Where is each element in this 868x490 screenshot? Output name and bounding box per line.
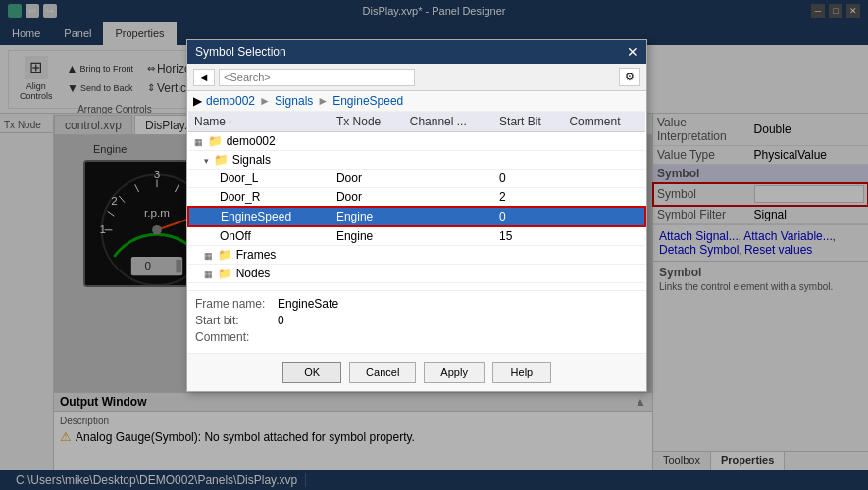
start-bit-value: 0: [278, 314, 284, 327]
comment-label: Comment:: [195, 330, 274, 344]
expand-frames[interactable]: ▦: [204, 251, 213, 261]
modal-settings-btn[interactable]: ⚙: [619, 68, 640, 86]
col-txnode: Tx Node: [331, 112, 404, 132]
modal-overlay: Symbol Selection ✕ ◄ ⚙ ▶ demo002 ► Signa…: [0, 0, 868, 490]
door-l-txnode: Door: [331, 170, 404, 188]
start-bit-label: Start bit:: [195, 314, 274, 327]
modal-titlebar: Symbol Selection ✕: [187, 40, 646, 64]
modal-ok-btn[interactable]: OK: [282, 362, 341, 383]
modal-breadcrumb: ▶ demo002 ► Signals ► EngineSpeed: [187, 91, 646, 112]
tree-row-door-l[interactable]: Door_L Door 0: [188, 170, 645, 188]
expand-signals[interactable]: ▾: [204, 156, 209, 166]
col-comment: Comment: [563, 112, 645, 132]
enginespeed-startbit: 0: [493, 207, 563, 226]
frame-name-value: EngineSate: [278, 297, 338, 311]
expand-demo002[interactable]: ▦: [194, 137, 203, 147]
tree-row-onoff[interactable]: OnOff Engine 15: [188, 226, 645, 246]
onoff-txnode: Engine: [331, 226, 404, 246]
modal-tree-container[interactable]: Name Tx Node Channel ... Start Bit Comme…: [187, 112, 646, 290]
symbol-selection-modal: Symbol Selection ✕ ◄ ⚙ ▶ demo002 ► Signa…: [186, 39, 647, 392]
tree-row-demo002[interactable]: ▦ 📁 demo002: [188, 132, 645, 151]
tree-row-frames[interactable]: ▦ 📁 Frames: [188, 246, 645, 265]
frame-info: Frame name: EngineSate Start bit: 0 Comm…: [187, 290, 646, 353]
modal-close-btn[interactable]: ✕: [627, 44, 638, 60]
enginespeed-txnode: Engine: [331, 207, 404, 226]
onoff-startbit: 15: [493, 226, 563, 246]
modal-toolbar: ◄ ⚙: [187, 64, 646, 91]
door-l-startbit: 0: [493, 170, 563, 188]
modal-back-btn[interactable]: ◄: [193, 69, 215, 86]
modal-buttons: OK Cancel Apply Help: [187, 353, 646, 391]
col-name[interactable]: Name: [188, 112, 331, 132]
tree-row-door-r[interactable]: Door_R Door 2: [188, 188, 645, 208]
col-channel: Channel ...: [404, 112, 493, 132]
breadcrumb-demo002[interactable]: demo002: [206, 94, 255, 108]
breadcrumb-signals[interactable]: Signals: [275, 94, 313, 108]
breadcrumb-enginespeed[interactable]: EngineSpeed: [332, 94, 403, 108]
modal-help-btn[interactable]: Help: [492, 362, 551, 383]
door-r-startbit: 2: [493, 188, 563, 208]
modal-cancel-btn[interactable]: Cancel: [349, 362, 416, 383]
expand-nodes[interactable]: ▦: [204, 270, 213, 279]
enginespeed-name[interactable]: EngineSpeed: [188, 207, 331, 226]
modal-title: Symbol Selection: [195, 45, 286, 59]
tree-row-signals[interactable]: ▾ 📁 Signals: [188, 151, 645, 170]
door-r-txnode: Door: [331, 188, 404, 208]
tree-row-nodes[interactable]: ▦ 📁 Nodes: [188, 265, 645, 283]
modal-apply-btn[interactable]: Apply: [424, 362, 485, 383]
door-l-name[interactable]: Door_L: [188, 170, 331, 188]
onoff-name[interactable]: OnOff: [188, 226, 331, 246]
tree-row-enginespeed[interactable]: EngineSpeed Engine 0: [188, 207, 645, 226]
modal-search-input[interactable]: [219, 69, 415, 86]
modal-tree-table: Name Tx Node Channel ... Start Bit Comme…: [187, 112, 646, 283]
door-r-name[interactable]: Door_R: [188, 188, 331, 208]
frame-name-label: Frame name:: [195, 297, 274, 311]
col-startbit: Start Bit: [493, 112, 563, 132]
